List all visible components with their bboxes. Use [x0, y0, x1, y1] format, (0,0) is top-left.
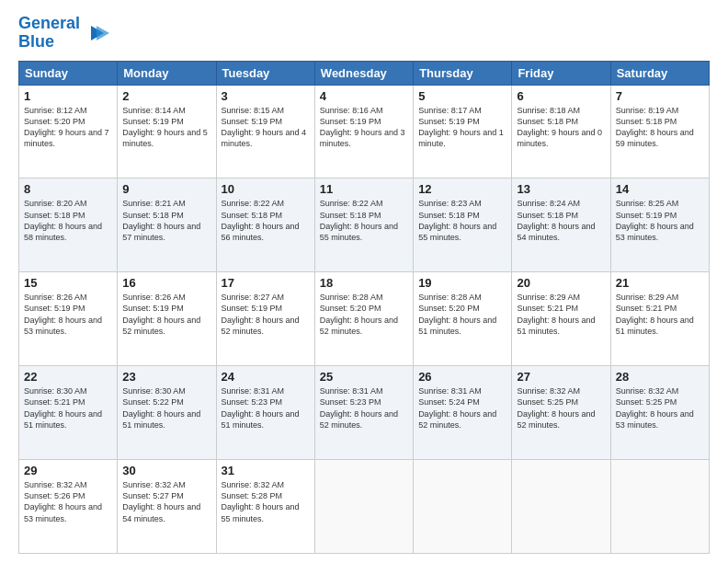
- header: General Blue: [18, 15, 710, 52]
- weekday-header-saturday: Saturday: [610, 61, 709, 85]
- day-number: 24: [222, 370, 310, 384]
- calendar-cell: 20Sunrise: 8:29 AMSunset: 5:21 PMDayligh…: [512, 272, 610, 366]
- day-info: Sunrise: 8:25 AMSunset: 5:19 PMDaylight:…: [616, 199, 694, 241]
- weekday-header-friday: Friday: [512, 61, 610, 85]
- calendar-cell: 26Sunrise: 8:31 AMSunset: 5:24 PMDayligh…: [414, 366, 512, 460]
- weekday-header-thursday: Thursday: [414, 61, 512, 85]
- day-info: Sunrise: 8:16 AMSunset: 5:19 PMDaylight:…: [320, 106, 405, 148]
- day-info: Sunrise: 8:32 AMSunset: 5:25 PMDaylight:…: [616, 386, 694, 429]
- calendar-cell: 7Sunrise: 8:19 AMSunset: 5:18 PMDaylight…: [610, 85, 709, 178]
- calendar-cell: [414, 460, 512, 554]
- calendar-cell: 15Sunrise: 8:26 AMSunset: 5:19 PMDayligh…: [19, 272, 118, 366]
- calendar-cell: 31Sunrise: 8:32 AMSunset: 5:28 PMDayligh…: [216, 460, 314, 554]
- calendar-cell: 9Sunrise: 8:21 AMSunset: 5:18 PMDaylight…: [118, 178, 216, 272]
- day-number: 17: [222, 276, 310, 290]
- day-info: Sunrise: 8:31 AMSunset: 5:23 PMDaylight:…: [320, 386, 398, 429]
- day-number: 23: [122, 370, 210, 384]
- day-number: 9: [122, 182, 210, 196]
- calendar-cell: 13Sunrise: 8:24 AMSunset: 5:18 PMDayligh…: [512, 178, 610, 272]
- day-info: Sunrise: 8:31 AMSunset: 5:24 PMDaylight:…: [418, 386, 496, 429]
- page: General Blue SundayMondayTuesdayWednesda…: [0, 0, 728, 563]
- day-info: Sunrise: 8:30 AMSunset: 5:21 PMDaylight:…: [24, 386, 102, 429]
- week-row-4: 22Sunrise: 8:30 AMSunset: 5:21 PMDayligh…: [19, 366, 710, 460]
- day-info: Sunrise: 8:28 AMSunset: 5:20 PMDaylight:…: [320, 293, 398, 335]
- day-number: 2: [122, 89, 210, 103]
- calendar-table: SundayMondayTuesdayWednesdayThursdayFrid…: [18, 61, 710, 554]
- calendar-cell: 19Sunrise: 8:28 AMSunset: 5:20 PMDayligh…: [414, 272, 512, 366]
- day-info: Sunrise: 8:21 AMSunset: 5:18 PMDaylight:…: [122, 199, 200, 241]
- calendar-cell: 29Sunrise: 8:32 AMSunset: 5:26 PMDayligh…: [19, 460, 118, 554]
- day-number: 15: [24, 276, 112, 290]
- calendar-cell: 28Sunrise: 8:32 AMSunset: 5:25 PMDayligh…: [610, 366, 709, 460]
- day-number: 7: [616, 89, 704, 103]
- calendar-cell: 2Sunrise: 8:14 AMSunset: 5:19 PMDaylight…: [118, 85, 216, 178]
- calendar-cell: 27Sunrise: 8:32 AMSunset: 5:25 PMDayligh…: [512, 366, 610, 460]
- calendar-cell: [610, 460, 709, 554]
- day-info: Sunrise: 8:24 AMSunset: 5:18 PMDaylight:…: [517, 199, 595, 241]
- day-info: Sunrise: 8:32 AMSunset: 5:28 PMDaylight:…: [222, 480, 300, 523]
- calendar-cell: 10Sunrise: 8:22 AMSunset: 5:18 PMDayligh…: [216, 178, 314, 272]
- day-number: 5: [418, 89, 506, 103]
- day-info: Sunrise: 8:18 AMSunset: 5:18 PMDaylight:…: [517, 106, 602, 148]
- day-info: Sunrise: 8:22 AMSunset: 5:18 PMDaylight:…: [320, 199, 398, 241]
- day-info: Sunrise: 8:29 AMSunset: 5:21 PMDaylight:…: [616, 293, 694, 335]
- week-row-5: 29Sunrise: 8:32 AMSunset: 5:26 PMDayligh…: [19, 460, 710, 554]
- day-info: Sunrise: 8:27 AMSunset: 5:19 PMDaylight:…: [222, 293, 300, 335]
- calendar-cell: [512, 460, 610, 554]
- day-number: 31: [222, 464, 310, 477]
- calendar-cell: 21Sunrise: 8:29 AMSunset: 5:21 PMDayligh…: [610, 272, 709, 366]
- day-info: Sunrise: 8:30 AMSunset: 5:22 PMDaylight:…: [122, 386, 200, 429]
- calendar-cell: 25Sunrise: 8:31 AMSunset: 5:23 PMDayligh…: [314, 366, 413, 460]
- weekday-header-wednesday: Wednesday: [314, 61, 413, 85]
- day-number: 27: [517, 370, 605, 384]
- calendar-cell: 18Sunrise: 8:28 AMSunset: 5:20 PMDayligh…: [314, 272, 413, 366]
- weekday-header-sunday: Sunday: [19, 61, 118, 85]
- week-row-3: 15Sunrise: 8:26 AMSunset: 5:19 PMDayligh…: [19, 272, 710, 366]
- day-number: 21: [616, 276, 704, 290]
- day-info: Sunrise: 8:26 AMSunset: 5:19 PMDaylight:…: [122, 293, 200, 335]
- day-number: 20: [517, 276, 605, 290]
- week-row-1: 1Sunrise: 8:12 AMSunset: 5:20 PMDaylight…: [19, 85, 710, 178]
- day-info: Sunrise: 8:32 AMSunset: 5:25 PMDaylight:…: [517, 386, 595, 429]
- calendar-cell: 6Sunrise: 8:18 AMSunset: 5:18 PMDaylight…: [512, 85, 610, 178]
- day-info: Sunrise: 8:19 AMSunset: 5:18 PMDaylight:…: [616, 106, 694, 148]
- day-number: 4: [320, 89, 408, 103]
- day-info: Sunrise: 8:23 AMSunset: 5:18 PMDaylight:…: [418, 199, 496, 241]
- weekday-header-monday: Monday: [118, 61, 216, 85]
- day-number: 22: [24, 370, 112, 384]
- calendar-cell: 17Sunrise: 8:27 AMSunset: 5:19 PMDayligh…: [216, 272, 314, 366]
- day-number: 6: [517, 89, 605, 103]
- day-number: 12: [418, 182, 506, 196]
- day-info: Sunrise: 8:32 AMSunset: 5:27 PMDaylight:…: [122, 480, 200, 523]
- day-number: 3: [222, 89, 310, 103]
- day-info: Sunrise: 8:15 AMSunset: 5:19 PMDaylight:…: [222, 106, 307, 148]
- calendar-cell: 22Sunrise: 8:30 AMSunset: 5:21 PMDayligh…: [19, 366, 118, 460]
- day-number: 18: [320, 276, 408, 290]
- calendar-cell: 3Sunrise: 8:15 AMSunset: 5:19 PMDaylight…: [216, 85, 314, 178]
- logo-blue: Blue: [18, 32, 54, 51]
- calendar-cell: 12Sunrise: 8:23 AMSunset: 5:18 PMDayligh…: [414, 178, 512, 272]
- calendar-cell: [314, 460, 413, 554]
- day-number: 14: [616, 182, 704, 196]
- day-info: Sunrise: 8:32 AMSunset: 5:26 PMDaylight:…: [24, 480, 102, 523]
- calendar-cell: 4Sunrise: 8:16 AMSunset: 5:19 PMDaylight…: [314, 85, 413, 178]
- weekday-header-row: SundayMondayTuesdayWednesdayThursdayFrid…: [19, 61, 710, 85]
- calendar-cell: 23Sunrise: 8:30 AMSunset: 5:22 PMDayligh…: [118, 366, 216, 460]
- day-number: 30: [122, 464, 210, 477]
- calendar-cell: 14Sunrise: 8:25 AMSunset: 5:19 PMDayligh…: [610, 178, 709, 272]
- day-number: 1: [24, 89, 112, 103]
- day-info: Sunrise: 8:29 AMSunset: 5:21 PMDaylight:…: [517, 293, 595, 335]
- calendar-cell: 11Sunrise: 8:22 AMSunset: 5:18 PMDayligh…: [314, 178, 413, 272]
- day-info: Sunrise: 8:14 AMSunset: 5:19 PMDaylight:…: [122, 106, 208, 148]
- day-info: Sunrise: 8:31 AMSunset: 5:23 PMDaylight:…: [222, 386, 300, 429]
- day-number: 10: [222, 182, 310, 196]
- day-info: Sunrise: 8:26 AMSunset: 5:19 PMDaylight:…: [24, 293, 102, 335]
- calendar-cell: 30Sunrise: 8:32 AMSunset: 5:27 PMDayligh…: [118, 460, 216, 554]
- calendar-cell: 16Sunrise: 8:26 AMSunset: 5:19 PMDayligh…: [118, 272, 216, 366]
- day-info: Sunrise: 8:17 AMSunset: 5:19 PMDaylight:…: [418, 106, 504, 148]
- day-number: 29: [24, 464, 112, 477]
- calendar-cell: 1Sunrise: 8:12 AMSunset: 5:20 PMDaylight…: [19, 85, 118, 178]
- calendar-cell: 8Sunrise: 8:20 AMSunset: 5:18 PMDaylight…: [19, 178, 118, 272]
- logo-text: General Blue: [18, 15, 80, 52]
- day-number: 8: [24, 182, 112, 196]
